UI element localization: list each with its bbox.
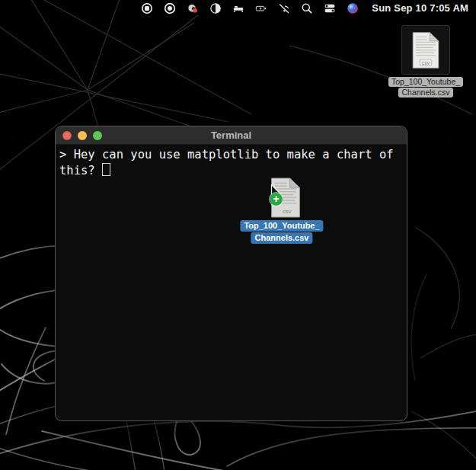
file-selection-box: csv — [401, 25, 450, 75]
menu-bar-clock[interactable]: Sun Sep 10 7:05 AM — [372, 2, 468, 14]
stop-recording-icon[interactable] — [141, 2, 153, 14]
wifi-off-icon[interactable] — [278, 2, 290, 14]
desktop: Sun Sep 10 7:05 AM csv Top_100_Youtube_ … — [0, 0, 476, 470]
terminal-titlebar[interactable]: Terminal — [56, 126, 407, 145]
dragged-csv-type-label: csv — [283, 208, 292, 215]
csv-file-icon: csv — [411, 30, 440, 70]
spotlight-icon[interactable] — [301, 2, 313, 14]
minimize-button[interactable] — [78, 131, 87, 140]
terminal-window[interactable]: Terminal > Hey can you use matplotlib to… — [55, 126, 407, 421]
window-controls — [62, 131, 102, 140]
dragged-file-label: Top_100_Youtube_ Channels.csv — [240, 219, 323, 244]
csv-type-label: csv — [422, 59, 430, 65]
dark-mode-icon[interactable] — [209, 2, 222, 14]
desktop-file-label-line2: Channels.csv — [398, 88, 452, 98]
dragged-file-label-line2: Channels.csv — [251, 232, 313, 244]
menu-bar: Sun Sep 10 7:05 AM — [0, 0, 476, 16]
dragged-file-label-line1: Top_100_Youtube_ — [240, 220, 323, 232]
terminal-prompt-line2-text: this? — [59, 164, 95, 177]
terminal-cursor — [102, 163, 110, 176]
terminal-content[interactable]: > Hey can you use matplotlib to make a c… — [56, 145, 407, 181]
record-icon[interactable] — [164, 2, 176, 14]
desktop-file-csv[interactable]: csv Top_100_Youtube_ Channels.csv — [388, 25, 464, 98]
terminal-prompt-line1: > Hey can you use matplotlib to make a c… — [59, 147, 403, 163]
window-title: Terminal — [56, 129, 407, 141]
battery-charging-icon[interactable] — [255, 2, 267, 14]
siri-icon[interactable] — [347, 2, 359, 14]
close-button[interactable] — [62, 131, 72, 140]
desktop-file-label-line1: Top_100_Youtube_ — [388, 77, 463, 87]
control-center-icon[interactable] — [324, 2, 336, 14]
keyboard-icon[interactable] — [232, 2, 244, 14]
app-notification-icon[interactable] — [187, 2, 199, 14]
copy-plus-badge: + — [270, 193, 283, 206]
terminal-prompt-line2: this? — [59, 163, 403, 179]
desktop-file-label: Top_100_Youtube_ Channels.csv — [388, 76, 464, 98]
zoom-button[interactable] — [93, 131, 102, 140]
